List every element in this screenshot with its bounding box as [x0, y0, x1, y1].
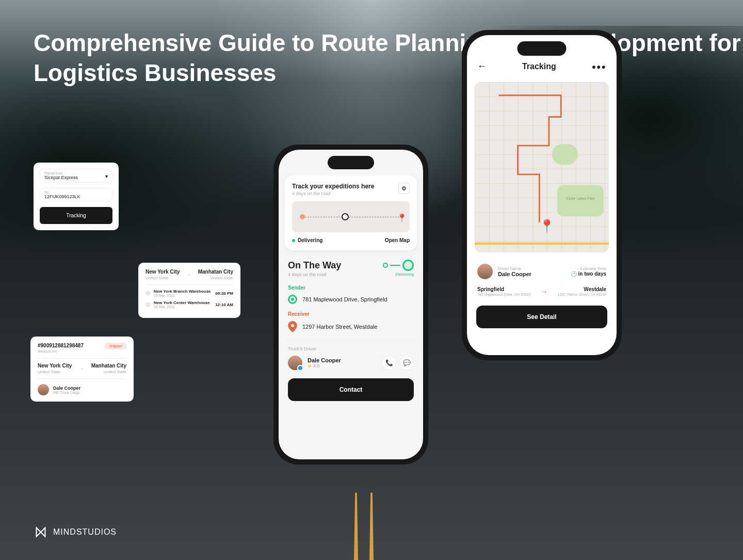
shipment-from-city: New York City	[38, 363, 72, 369]
waypoint-dot-icon	[146, 291, 151, 296]
route-cities: New York City United State → Manhatan Ci…	[146, 269, 233, 285]
courier-label: Parcel from	[44, 171, 108, 175]
map-start-icon	[300, 214, 305, 219]
receiver-address: 1297 Harbor Street, Westdale	[302, 324, 377, 330]
on-the-way-section: On The Way 4 days on the road Delivering…	[288, 260, 414, 332]
waypoint-name: New York Center Warehouse	[154, 300, 209, 305]
tracking-driver-row: Driver Name Dale Cooper Estimate Time 🕐 …	[467, 257, 617, 284]
arrow-right-icon: →	[541, 287, 548, 296]
shipment-card: #900912881298487 Amazon,Inc Shipped New …	[30, 337, 134, 402]
phone-notch	[518, 41, 567, 56]
courier-select[interactable]: Parcel from Sicepat Express ▾	[40, 169, 112, 183]
phone-icon: 📞	[385, 359, 393, 366]
waypoint-row: New York Center Warehouse 10 Mar, 2022 1…	[146, 300, 233, 309]
see-detail-button[interactable]: See Detail	[476, 306, 607, 328]
page-headline: Comprehensive Guide to Route Planning Ap…	[34, 28, 743, 88]
message-button[interactable]: 💬	[399, 356, 414, 370]
park-label: Clove Lakes Park	[557, 185, 604, 200]
waypoint-date: 10 Mar, 2022	[154, 305, 209, 309]
receiver-address-row: 1297 Harbor Street, Westdale	[288, 321, 414, 332]
receiver-label: Receiver	[288, 311, 414, 317]
status-badge: Shipped	[105, 343, 126, 349]
estimate-label: Estimate Time	[571, 266, 606, 271]
driver-avatar	[477, 264, 493, 279]
route-from-country: United State	[146, 276, 180, 280]
sender-label: Sender	[288, 285, 414, 291]
waypoint-date: 10 Mar, 2022	[154, 294, 211, 297]
courier-value: Sicepat Express	[44, 175, 108, 180]
route-card: New York City United State → Manhatan Ci…	[138, 263, 240, 318]
shipment-to-country: United State	[91, 370, 126, 374]
expedition-track-card: Track your expeditions here 4 days on th…	[285, 175, 417, 250]
call-button[interactable]: 📞	[382, 356, 396, 370]
track-card-title: Track your expeditions here	[292, 183, 374, 190]
driver-name-label: Driver Name	[498, 266, 531, 271]
driver-rating: ★ 4.8	[308, 363, 341, 369]
sender-address-row: 781 Maplewood Drive, Springfield	[288, 295, 414, 304]
sender-address: 781 Maplewood Drive, Springfield	[302, 296, 387, 302]
arrow-right-icon: →	[186, 271, 192, 278]
route-from-city: New York City	[146, 269, 180, 275]
mindstudios-logo: MINDSTUDIOS	[34, 525, 117, 539]
logo-text: MINDSTUDIOS	[53, 527, 117, 537]
tracking-map[interactable]: Clove Lakes Park 📍	[475, 82, 609, 252]
map-current-icon	[342, 213, 349, 220]
location-pin-icon: 📍	[539, 219, 555, 233]
progress-indicator	[383, 260, 414, 271]
delivery-status: Delivering	[292, 237, 322, 243]
waypoint-time: 12:10 AM	[215, 302, 233, 307]
tracking-to-city: Westdale	[558, 286, 606, 292]
driver-name: Dale Cooper	[308, 357, 341, 363]
shipment-from-country: United State	[38, 370, 72, 374]
track-card-subtitle: 4 days on the road	[292, 191, 374, 196]
chat-icon: 💬	[403, 359, 411, 366]
waypoint-dot-icon	[146, 302, 151, 307]
more-icon[interactable]: ●●●	[592, 62, 606, 71]
estimate-value: 🕐 in two days	[571, 271, 606, 277]
star-icon: ★	[308, 363, 312, 369]
verified-badge-icon	[297, 365, 303, 371]
driver-company: INE Truck Cargo	[53, 391, 80, 394]
driver-avatar	[288, 356, 302, 370]
tracking-from-city: Springfield	[477, 286, 531, 292]
tracking-number-value: 12FIJK099123LK	[44, 194, 108, 199]
driver-name: Dale Cooper	[498, 271, 531, 277]
tracking-button[interactable]: Tracking	[40, 207, 112, 224]
back-arrow-icon[interactable]: ←	[477, 61, 487, 72]
shipment-company: Amazon,Inc	[38, 349, 84, 353]
phone-mockup-tracking: ← Tracking ●●● Clove Lakes Park 📍 Driver…	[462, 30, 622, 360]
phone-mockup-ontheway: Track your expeditions here 4 days on th…	[273, 145, 428, 465]
shipment-route: New York City United State → Manhatan Ci…	[38, 358, 126, 379]
route-to-country: United State	[198, 276, 233, 280]
tracking-form-card: Parcel from Sicepat Express ▾ No 12FIJK0…	[34, 163, 119, 230]
clock-icon: 🕐	[571, 271, 577, 277]
driver-avatar	[38, 384, 49, 395]
phone-notch	[328, 156, 374, 169]
route-to-city: Manhatan City	[198, 269, 233, 275]
sender-pin-icon	[288, 295, 297, 304]
logo-mark-icon	[34, 525, 48, 539]
shipment-to-city: Manhatan City	[91, 363, 126, 369]
waypoint-time: 09:20 PM	[215, 291, 233, 296]
contact-button[interactable]: Contact	[288, 378, 414, 401]
tracking-from-addr: 781 Maplewood Drive, OH 45503	[477, 293, 531, 296]
map-pin-icon: 📍	[397, 213, 402, 218]
waypoint-name: New York Branch Warehouse	[154, 289, 211, 294]
driver-section-label: Truck's Driver	[288, 346, 414, 351]
tracking-number-input[interactable]: No 12FIJK099123LK	[40, 188, 112, 202]
receiver-pin-icon	[288, 321, 297, 332]
gear-icon[interactable]: ⚙	[398, 183, 410, 194]
status-dot-icon	[292, 239, 295, 242]
tracking-number-label: No	[44, 190, 108, 194]
waypoint-row: New York Branch Warehouse 10 Mar, 2022 0…	[146, 289, 233, 297]
driver-name: Dale Cooper	[53, 386, 80, 391]
open-map-link[interactable]: Open Map	[385, 237, 410, 243]
tracking-to-addr: 1297 Harbor Street, CA 90249	[558, 293, 606, 296]
mini-map: 📍	[292, 201, 410, 232]
tracking-route-row: Springfield 781 Maplewood Drive, OH 4550…	[467, 284, 617, 300]
shipment-id: #900912881298487	[38, 343, 84, 348]
otw-title: On The Way	[288, 260, 341, 271]
driver-section: Truck's Driver Dale Cooper ★ 4.8	[288, 340, 414, 370]
chevron-down-icon: ▾	[105, 173, 108, 179]
shipment-driver: Dale Cooper INE Truck Cargo	[38, 384, 126, 395]
